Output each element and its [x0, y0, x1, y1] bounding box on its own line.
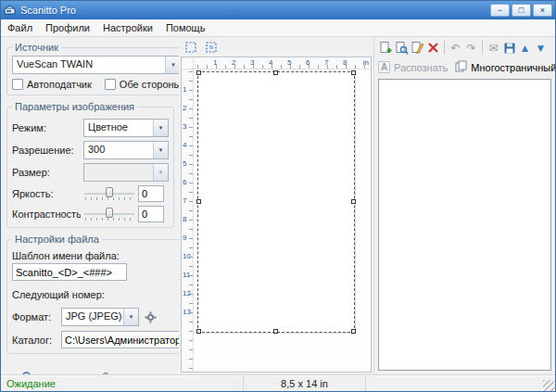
ruler-number: 12	[183, 289, 191, 297]
template-label: Шаблон имени файла:	[12, 250, 179, 261]
multipage-button[interactable]: Многостраничный ▼	[455, 60, 555, 74]
chevron-down-icon[interactable]: ▼	[153, 164, 168, 181]
select-all-icon[interactable]	[183, 40, 199, 56]
slider-ticks	[85, 218, 135, 221]
ruler-number: 3	[183, 122, 186, 131]
minimize-button[interactable]: −	[490, 4, 510, 17]
ruler-number: 7	[183, 196, 186, 205]
selection-handle[interactable]	[273, 329, 278, 334]
folder-label: Каталог:	[12, 335, 58, 346]
selection-handle[interactable]	[196, 199, 201, 204]
mode-label: Режим:	[12, 122, 81, 133]
chevron-down-icon[interactable]: ▼	[123, 309, 138, 325]
brightness-label: Яркость:	[12, 188, 81, 199]
selection-rect[interactable]	[197, 71, 355, 333]
menu-profiles[interactable]: Профили	[39, 20, 96, 35]
format-label: Формат:	[12, 311, 58, 322]
ruler-corner	[182, 57, 194, 70]
ruler-number: 2	[232, 58, 235, 67]
brightness-value-input[interactable]	[138, 185, 164, 202]
scanner-select[interactable]: VueScan TWAIN ▼	[12, 56, 179, 74]
selection-handle[interactable]	[196, 329, 201, 334]
move-down-icon[interactable]: ▼	[533, 40, 549, 57]
source-group-title: Источник	[12, 42, 61, 53]
menu-help[interactable]: Помощь	[159, 20, 212, 35]
selection-handle[interactable]	[351, 199, 356, 204]
scan-size-info: 8,5 x 14 in	[244, 375, 366, 391]
ruler-number: 6	[183, 178, 186, 186]
ruler-number: 8	[343, 58, 347, 67]
contrast-slider[interactable]	[83, 206, 135, 222]
size-select[interactable]: ▼	[83, 163, 169, 182]
ruler-number: 10	[183, 252, 191, 260]
recognize-button[interactable]: A Распознать	[378, 61, 448, 73]
feeder-checkbox[interactable]: Автоподатчик	[12, 79, 92, 90]
save-icon[interactable]	[501, 40, 517, 57]
selection-handle[interactable]	[196, 70, 201, 75]
view-page-icon[interactable]	[394, 40, 410, 57]
ruler-number: 6	[306, 58, 310, 67]
add-page-icon[interactable]	[378, 40, 394, 57]
ruler-number: 13	[183, 308, 191, 316]
titlebar[interactable]: Scanitto Pro − □ ×	[1, 1, 555, 19]
ruler-number: 11	[183, 271, 190, 279]
email-icon[interactable]: ✉	[486, 40, 501, 57]
statusbar: Ожидание 8,5 x 14 in	[1, 374, 555, 391]
preview-panel: in 12345678 12345678910111213	[179, 37, 373, 374]
delete-page-icon[interactable]	[425, 40, 441, 57]
chevron-down-icon[interactable]: ▼	[153, 142, 168, 158]
selection-handle[interactable]	[351, 70, 356, 75]
window-title: Scanitto Pro	[20, 5, 488, 16]
slider-thumb[interactable]	[106, 208, 113, 218]
resize-grip[interactable]	[543, 380, 554, 391]
menu-settings[interactable]: Настройки	[96, 20, 159, 35]
chevron-down-icon[interactable]: ▼	[153, 120, 168, 136]
mode-select[interactable]: Цветное ▼	[83, 119, 169, 137]
preview-canvas[interactable]	[194, 70, 371, 372]
pages-list[interactable]	[378, 79, 551, 371]
slider-thumb[interactable]	[106, 187, 113, 197]
source-group: Источник VueScan TWAIN ▼ Автоподатчик Об…	[6, 42, 179, 95]
ruler-number: 4	[269, 58, 272, 67]
ruler-unit-label: in	[363, 58, 369, 67]
folder-path-input[interactable]	[61, 331, 179, 348]
contrast-value-input[interactable]	[138, 206, 164, 222]
selection-handle[interactable]	[351, 329, 356, 334]
file-settings-title: Настройки файла	[12, 234, 102, 245]
ruler-number: 5	[287, 58, 291, 67]
checkbox-box[interactable]	[105, 79, 116, 90]
menubar: Файл Профили Настройки Помощь	[1, 19, 555, 37]
format-settings-icon[interactable]	[142, 309, 158, 325]
image-params-title: Параметры изображения	[12, 101, 137, 112]
checkbox-box[interactable]	[12, 79, 23, 90]
resolution-select[interactable]: 300 ▼	[83, 141, 169, 159]
redo-icon[interactable]: ↷	[463, 40, 479, 57]
chevron-down-icon[interactable]: ▼	[165, 57, 179, 73]
ruler-number: 7	[324, 58, 328, 67]
slider-ticks	[85, 197, 135, 200]
filename-template-input[interactable]	[12, 263, 127, 281]
preview-toolbar	[181, 38, 372, 57]
brightness-slider[interactable]	[83, 185, 135, 202]
selection-handle[interactable]	[273, 70, 278, 75]
duplex-checkbox[interactable]: Обе стороны	[105, 79, 179, 90]
close-button[interactable]: ×	[533, 4, 552, 17]
duplex-checkbox-label: Обе стороны	[120, 79, 179, 90]
maximize-button[interactable]: □	[512, 4, 531, 17]
size-label: Размер:	[12, 167, 81, 178]
status-text: Ожидание	[1, 375, 244, 391]
multipage-button-label: Многостраничный	[471, 62, 555, 73]
select-area-icon[interactable]	[203, 40, 220, 56]
pages-toolbar: ↶ ↷ ✉ ▲ ▼	[374, 37, 555, 57]
ruler-number: 1	[183, 85, 186, 94]
scan-page[interactable]	[197, 71, 355, 333]
edit-page-icon[interactable]	[410, 40, 425, 57]
move-up-icon[interactable]: ▲	[517, 40, 533, 57]
app-icon	[4, 4, 17, 17]
resolution-label: Разрешение:	[12, 145, 81, 156]
undo-icon[interactable]: ↶	[448, 40, 463, 57]
source-options: Автоподатчик Обе стороны	[12, 79, 179, 90]
app-window: Scanitto Pro − □ × Файл Профили Настройк…	[0, 0, 556, 392]
format-select[interactable]: JPG (JPEG) ▼	[61, 308, 139, 326]
menu-file[interactable]: Файл	[1, 20, 39, 35]
